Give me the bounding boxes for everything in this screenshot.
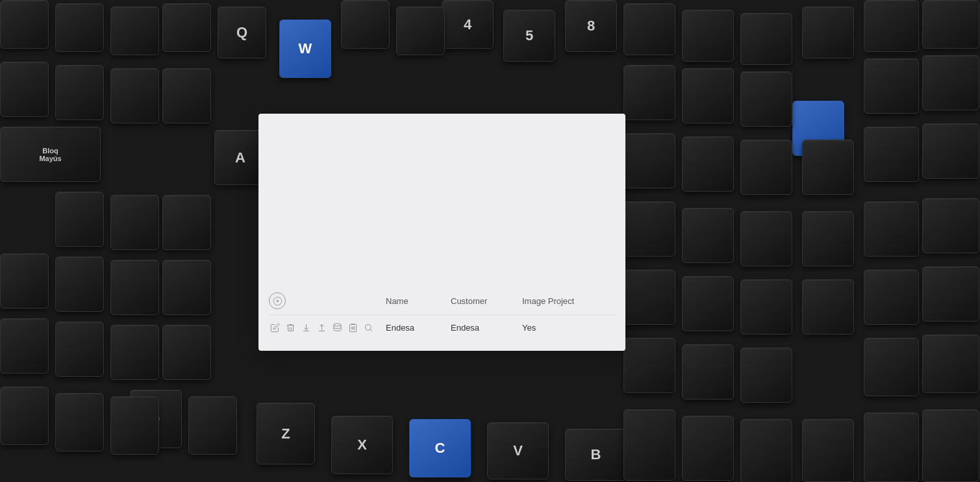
table-header: Name Customer Image Project [269,287,615,315]
key-extra-28 [802,279,854,335]
key-extra-40 [864,412,919,482]
key-extra-24 [922,198,979,253]
panel-spacer [258,114,625,287]
key-extra-29 [864,270,919,325]
key-extra-14 [682,136,734,192]
key-extra-55 [110,260,159,315]
svg-point-3 [333,323,340,326]
add-button[interactable] [269,292,286,309]
key-extra-46 [0,62,49,117]
key-num5: 5 [503,10,555,62]
key-extra-48 [110,68,159,123]
key-extra-44 [110,6,159,55]
key-extra-27 [740,279,792,335]
key-extra-32 [682,344,734,400]
key-extra-39 [802,419,854,482]
key-extra-21 [740,211,792,266]
key-extra-59 [110,325,159,380]
key-extra-34 [864,338,919,396]
column-header-customer: Customer [451,296,522,306]
key-extra-56 [162,260,211,315]
key-extra-2 [623,3,675,55]
key-extra-3 [682,10,734,62]
search-icon[interactable] [362,322,374,333]
upload-icon[interactable] [316,322,327,333]
key-extra-42 [0,0,49,49]
key-extra-64 [188,396,237,455]
column-header-name: Name [386,296,451,306]
key-extra-51 [110,195,159,250]
key-q: Q [218,6,266,58]
key-extra-31 [623,338,675,393]
key-extra-9 [682,68,734,123]
download-icon[interactable] [300,322,312,333]
key-extra-63 [110,396,159,455]
key-shift: Bloq Mayús [0,127,101,182]
key-extra-5 [802,6,854,58]
key-extra-1 [396,6,445,55]
key-extra-43 [55,3,104,52]
key-extra-15 [740,140,792,195]
key-extra-17 [864,127,919,182]
edit-icon[interactable] [269,322,281,333]
key-extra-20 [682,208,734,263]
data-panel: Name Customer Image Project [258,114,625,351]
table-container: Name Customer Image Project [258,287,625,351]
cell-image-project: Yes [522,323,600,333]
key-extra-12 [922,55,979,110]
row-actions [269,322,386,333]
key-extra-41 [922,409,979,482]
database-icon[interactable] [331,322,343,333]
plus-icon [273,296,283,306]
key-extra-13 [623,133,675,188]
key-extra-58 [55,322,104,377]
key-extra-60 [162,325,211,380]
key-extra-61 [0,387,49,445]
key-extra-30 [922,266,979,322]
key-x: X [331,416,393,474]
key-extra-38 [740,419,792,482]
key-extra-45 [162,3,211,52]
key-extra-6 [864,0,919,52]
key-extra-19 [623,201,675,257]
cell-customer: Endesa [451,323,522,333]
key-extra-52 [162,195,211,250]
key-c: C [409,419,471,477]
key-extra-33 [740,348,792,403]
key-extra-0 [341,0,390,49]
key-extra-47 [55,65,104,120]
key-v: V [487,422,549,479]
key-extra-57 [0,318,49,374]
key-num8: 8 [565,0,617,52]
key-num4: 4 [442,0,494,49]
trash-icon[interactable] [347,322,358,333]
key-extra-16 [802,140,854,195]
svg-point-8 [365,324,371,330]
key-extra-35 [922,335,979,393]
key-extra-62 [55,393,104,451]
key-extra-23 [864,201,919,257]
key-b: B [565,429,627,481]
key-extra-8 [623,65,675,120]
table-row: Endesa Endesa Yes [269,315,615,340]
key-extra-53 [0,253,49,309]
header-add-cell [269,292,386,309]
delete-icon[interactable] [284,322,296,333]
key-extra-7 [922,0,979,49]
column-header-image-project: Image Project [522,296,600,306]
key-extra-18 [922,123,979,179]
key-extra-49 [162,68,211,123]
key-z: Z [257,403,315,464]
cell-name: Endesa [386,323,451,333]
key-extra-25 [623,270,675,325]
key-extra-22 [802,211,854,266]
key-extra-4 [740,13,792,65]
key-extra-36 [623,409,675,481]
key-w: W [279,19,331,78]
key-extra-54 [55,257,104,312]
svg-line-9 [370,329,372,331]
key-extra-37 [682,416,734,481]
key-extra-10 [740,71,792,127]
key-extra-26 [682,276,734,331]
key-extra-50 [55,192,104,247]
